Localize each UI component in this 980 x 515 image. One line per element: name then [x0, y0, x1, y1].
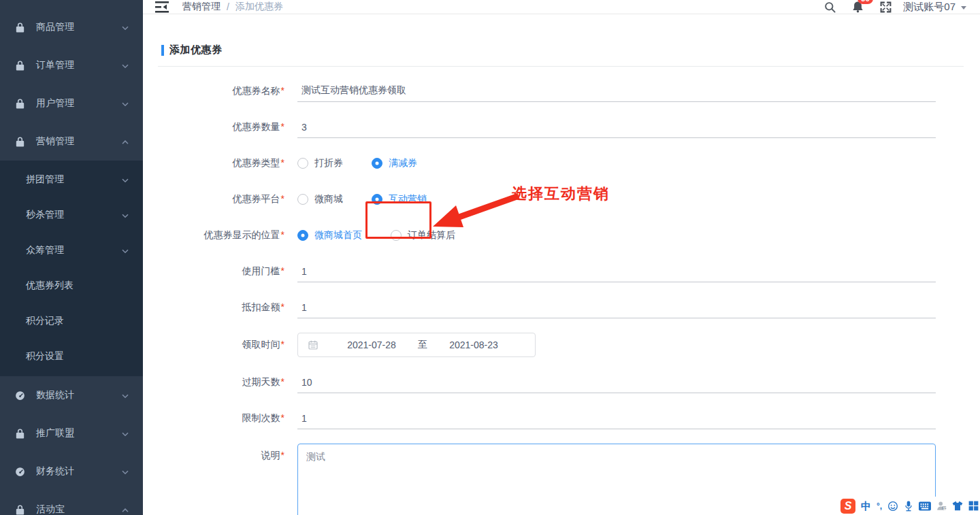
sidebar-item-finance-stats[interactable]: 财务统计 — [0, 452, 143, 491]
radio-icon — [297, 158, 308, 169]
sidebar-item-groupbuy-mgmt[interactable]: 拼团管理 — [0, 162, 143, 197]
date-range-picker[interactable]: 2021-07-28 至 2021-08-23 — [297, 333, 536, 357]
field-row-coupon-quantity: 优惠券数量* 3 — [143, 116, 980, 138]
field-row-usage-threshold: 使用门槛* 1 — [143, 261, 980, 282]
deduction-amount-input[interactable]: 1 — [297, 297, 936, 318]
user-badge-count: 15 — [943, 506, 947, 510]
sidebar-item-flashsale-mgmt[interactable]: 秒杀管理 — [0, 197, 143, 233]
breadcrumb-current: 添加优惠券 — [235, 1, 283, 13]
content-area: 添加优惠券 优惠券名称* 测试互动营销优惠券领取 优惠券数量* 3 优惠券类型* — [143, 14, 980, 515]
sidebar-item-coupon-list[interactable]: 优惠券列表 — [0, 268, 143, 303]
chevron-down-icon — [121, 429, 129, 437]
notification-bell-icon[interactable]: 36 — [851, 0, 864, 14]
radio-icon — [391, 230, 402, 241]
sogou-logo-icon[interactable]: S — [840, 499, 855, 514]
chinese-mode-icon[interactable]: 中 — [861, 501, 871, 511]
deduction-amount-value: 1 — [301, 302, 307, 313]
sidebar-item-label: 秒杀管理 — [26, 209, 121, 221]
required-mark: * — [281, 85, 284, 96]
radio-selected-icon — [372, 194, 382, 205]
required-mark: * — [281, 193, 284, 204]
limit-times-input[interactable]: 1 — [297, 408, 936, 429]
sidebar-collapse-icon[interactable] — [155, 0, 170, 14]
keyboard-icon[interactable] — [919, 501, 931, 511]
fullscreen-icon[interactable] — [879, 1, 892, 14]
skin-icon[interactable] — [952, 501, 963, 511]
end-date[interactable]: 2021-08-23 — [438, 339, 509, 350]
coupon-quantity-input[interactable]: 3 — [297, 116, 936, 138]
punctuation-icon[interactable]: °, — [877, 502, 882, 510]
radio-label: 满减券 — [389, 157, 417, 169]
expire-days-input[interactable]: 10 — [297, 371, 936, 393]
sidebar-item-points-settings[interactable]: 积分设置 — [0, 339, 143, 374]
required-mark: * — [281, 265, 284, 276]
sidebar: 商品管理 订单管理 用户管理 营销管理 拼团管理 — [0, 0, 143, 515]
claim-time-label: 领取时间 — [242, 339, 280, 350]
required-mark: * — [281, 450, 284, 461]
user-badge-icon[interactable]: 15 — [936, 501, 947, 511]
usage-threshold-input[interactable]: 1 — [297, 261, 936, 282]
required-mark: * — [281, 157, 284, 168]
radio-label: 订单结算后 — [408, 229, 455, 242]
marketing-submenu: 拼团管理 秒杀管理 众筹管理 优惠券列表 积分记录 积分设置 — [0, 161, 143, 376]
sidebar-item-label: 用户管理 — [36, 97, 121, 110]
mic-icon[interactable] — [904, 500, 913, 512]
sidebar-item-points-record[interactable]: 积分记录 — [0, 303, 143, 339]
user-menu[interactable]: 测试账号07 — [903, 1, 966, 14]
radio-discount-coupon[interactable]: 打折券 — [297, 157, 343, 169]
field-row-expire-days: 过期天数* 10 — [143, 371, 980, 393]
radio-label: 微商城首页 — [314, 229, 362, 242]
radio-label: 互动营销 — [389, 193, 427, 205]
radio-mall-homepage[interactable]: 微商城首页 — [297, 229, 362, 242]
lock-icon — [14, 504, 26, 515]
lock-icon — [14, 98, 26, 110]
breadcrumb-marketing[interactable]: 营销管理 — [182, 1, 220, 13]
sidebar-item-data-stats[interactable]: 数据统计 — [0, 376, 143, 414]
sidebar-item-order-mgmt[interactable]: 订单管理 — [0, 46, 143, 84]
breadcrumb-separator: / — [227, 1, 229, 12]
chevron-down-icon — [121, 99, 129, 107]
description-label: 说明 — [261, 450, 280, 461]
sidebar-item-user-mgmt[interactable]: 用户管理 — [0, 84, 143, 122]
field-row-coupon-name: 优惠券名称* 测试互动营销优惠券领取 — [143, 80, 980, 102]
coupon-quantity-label: 优惠券数量 — [233, 121, 280, 132]
sidebar-item-label: 活动宝 — [36, 503, 121, 515]
sidebar-item-marketing-mgmt[interactable]: 营销管理 — [0, 122, 143, 161]
description-value: 测试 — [306, 451, 325, 462]
limit-times-label: 限制次数 — [242, 412, 280, 423]
field-row-coupon-position: 优惠券显示的位置* 微商城首页 订单结算后 — [143, 225, 980, 246]
gauge-icon — [14, 390, 26, 401]
sidebar-item-label: 财务统计 — [36, 465, 121, 478]
radio-interactive-marketing[interactable]: 互动营销 — [372, 193, 427, 205]
field-row-coupon-platform: 优惠券平台* 微商城 互动营销 — [143, 188, 980, 210]
radio-order-checkout[interactable]: 订单结算后 — [391, 229, 455, 242]
search-icon[interactable] — [823, 1, 836, 14]
grid-icon[interactable] — [968, 501, 979, 511]
sidebar-item-affiliate[interactable]: 推广联盟 — [0, 414, 143, 452]
sidebar-item-product-mgmt[interactable]: 商品管理 — [0, 8, 143, 46]
usage-threshold-value: 1 — [301, 266, 307, 277]
sidebar-item-label: 商品管理 — [36, 21, 121, 33]
sidebar-item-label: 众筹管理 — [26, 244, 121, 256]
date-separator: 至 — [418, 339, 427, 351]
radio-micro-mall[interactable]: 微商城 — [297, 193, 343, 205]
start-date[interactable]: 2021-07-28 — [336, 339, 407, 350]
radio-selected-icon — [297, 230, 308, 241]
page-title: 添加优惠券 — [169, 44, 223, 56]
sidebar-item-crowdfund-mgmt[interactable]: 众筹管理 — [0, 233, 143, 268]
coupon-name-input[interactable]: 测试互动营销优惠券领取 — [297, 80, 936, 102]
coupon-position-label: 优惠券显示的位置 — [204, 229, 280, 240]
gauge-icon — [14, 466, 26, 478]
radio-full-reduction-coupon[interactable]: 满减券 — [372, 157, 417, 169]
required-mark: * — [281, 376, 284, 387]
expire-days-label: 过期天数 — [242, 376, 280, 387]
radio-selected-icon — [372, 158, 382, 169]
title-accent-bar — [161, 45, 164, 56]
chevron-down-icon — [121, 391, 129, 399]
add-coupon-form: 优惠券名称* 测试互动营销优惠券领取 优惠券数量* 3 优惠券类型* 打折券 — [143, 80, 980, 515]
coupon-quantity-value: 3 — [301, 122, 307, 133]
app-window: 商品管理 订单管理 用户管理 营销管理 拼团管理 — [0, 0, 980, 515]
sidebar-item-activity-bao[interactable]: 活动宝 — [0, 491, 143, 515]
emoji-icon[interactable] — [887, 501, 898, 512]
expire-days-value: 10 — [301, 377, 312, 388]
